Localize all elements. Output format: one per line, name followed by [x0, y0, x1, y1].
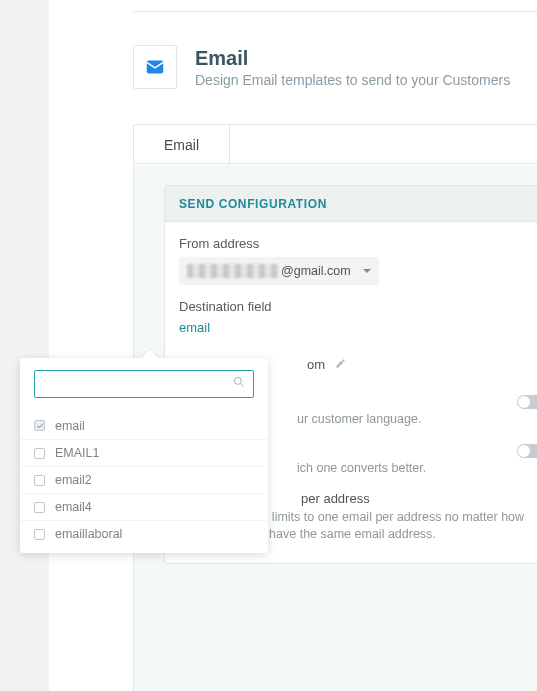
checkbox-icon	[34, 475, 45, 486]
from-address-label: From address	[179, 236, 537, 251]
checkbox-icon	[34, 529, 45, 540]
popup-item-label: email4	[55, 500, 92, 514]
popup-item-label: email2	[55, 473, 92, 487]
tab-label: Email	[164, 137, 199, 153]
from-address-field: From address @gmail.com	[179, 236, 537, 285]
left-rail	[0, 0, 49, 691]
popup-item[interactable]: emaillaboral	[20, 520, 268, 547]
obscured-text	[187, 264, 279, 278]
page-subtitle: Design Email templates to send to your C…	[195, 72, 510, 88]
svg-rect-0	[147, 61, 164, 74]
popup-item[interactable]: email4	[20, 493, 268, 520]
destination-label: Destination field	[179, 299, 537, 314]
url-tracking-text-fragment: om	[307, 357, 325, 372]
popup-search-area	[20, 358, 268, 408]
checkbox-icon	[34, 420, 45, 431]
popup-item[interactable]: EMAIL1	[20, 439, 268, 466]
from-address-select[interactable]: @gmail.com	[179, 257, 379, 285]
from-address-suffix: @gmail.com	[281, 264, 351, 278]
popup-item[interactable]: email	[20, 412, 268, 439]
card-heading: SEND CONFIGURATION	[165, 186, 537, 222]
pencil-icon[interactable]	[335, 358, 346, 372]
popup-item-label: emaillaboral	[55, 527, 122, 541]
checkbox-icon	[34, 502, 45, 513]
page-title: Email	[195, 47, 510, 70]
ab-test-toggle[interactable]	[517, 444, 537, 458]
search-input[interactable]	[34, 370, 254, 398]
popup-list: emailEMAIL1email2email4emaillaboral	[20, 408, 268, 553]
divider	[133, 11, 537, 12]
tab-bar: Email	[133, 124, 537, 164]
destination-field: Destination field email	[179, 299, 537, 335]
destination-value-link[interactable]: email	[179, 320, 210, 335]
page-header: Email Design Email templates to send to …	[133, 45, 529, 89]
tab-email[interactable]: Email	[134, 125, 230, 165]
popup-item[interactable]: email2	[20, 466, 268, 493]
language-toggle[interactable]	[517, 395, 537, 409]
main-area: Email Design Email templates to send to …	[49, 0, 537, 691]
chevron-down-icon	[363, 269, 371, 273]
checkbox-icon	[34, 448, 45, 459]
popup-item-label: email	[55, 419, 85, 433]
popup-item-label: EMAIL1	[55, 446, 99, 460]
email-icon	[133, 45, 177, 89]
field-picker-popup: emailEMAIL1email2email4emaillaboral	[20, 358, 268, 553]
